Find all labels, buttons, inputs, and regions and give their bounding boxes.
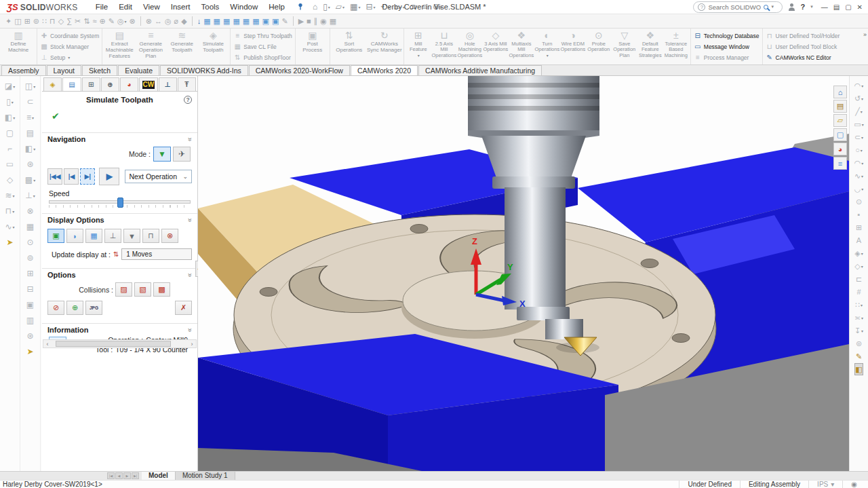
save-icon[interactable]: ▦▾ xyxy=(348,1,362,13)
assembly-features-icon[interactable]: ≈ xyxy=(91,15,98,27)
simulate-toolpath-button[interactable]: ◈Simulate Toolpath xyxy=(197,29,229,64)
pattern-node-icon[interactable]: ▦ xyxy=(26,221,34,233)
insert-components-icon[interactable]: ⊞ xyxy=(23,15,32,27)
model-tab[interactable]: Motion Study 1 xyxy=(176,472,235,480)
block2-icon[interactable]: ⊟ xyxy=(26,283,33,295)
hole-machining-operations-button[interactable]: ◎Hole Machining Operations xyxy=(457,29,483,64)
stop-at-collision-button[interactable]: ▨ xyxy=(115,282,132,297)
sketch-pencil-icon[interactable]: ✎ xyxy=(280,15,289,27)
edit-component-icon[interactable]: ◫ xyxy=(13,15,22,27)
assembly-node-icon[interactable]: ◧▾ xyxy=(5,111,15,124)
history-icon[interactable]: ∿▾ xyxy=(5,221,14,233)
interference-detection-icon[interactable]: ⊗ xyxy=(144,15,153,27)
menu-item[interactable]: Tools xyxy=(195,1,224,12)
command-tab[interactable]: CAMWorks Additive Manufacturing xyxy=(418,65,542,75)
step-thru-toolpath-button[interactable]: ≡Step Thru Toolpath xyxy=(233,31,292,41)
setup-button[interactable]: ⊥Setup▾ xyxy=(40,52,99,62)
circle-icon[interactable]: ○▾ xyxy=(855,145,863,155)
panel-horizontal-scrollbar[interactable]: ‹ › xyxy=(43,339,197,348)
measure-icon[interactable]: ⌀ xyxy=(173,15,180,27)
stop-icon[interactable]: ■ xyxy=(305,15,313,27)
scroll-right-icon[interactable]: › xyxy=(188,341,196,348)
step-mode-dropdown[interactable]: Next Operation ⌄ xyxy=(125,170,192,183)
scrollbar-thumb[interactable] xyxy=(56,341,171,347)
select-icon[interactable]: ▻▾ xyxy=(394,1,407,13)
show-tool-holder-button[interactable]: ⊥ xyxy=(104,229,121,243)
command-tab[interactable]: Sketch xyxy=(82,65,117,75)
tool-mode-button[interactable]: ▼ xyxy=(153,147,171,162)
custom-properties-tab[interactable]: ≡ xyxy=(833,157,847,170)
file-explorer-tab[interactable]: ▱ xyxy=(833,114,847,127)
plane-icon[interactable]: ▢ xyxy=(6,127,14,139)
help-menu[interactable]: ? xyxy=(800,3,805,11)
plane-tool-icon[interactable]: ⊞ xyxy=(856,222,862,233)
probe-node-icon[interactable]: ⊙ xyxy=(26,236,33,248)
equations-icon[interactable]: ∑ xyxy=(65,15,73,27)
command-tab[interactable]: CAMWorks 2020-WorkFlow xyxy=(249,65,350,75)
attach-icon[interactable]: ⊃ xyxy=(408,1,419,13)
process-manager-button[interactable]: ≡Process Manager xyxy=(694,52,760,62)
window-split-button[interactable]: ▤ xyxy=(831,3,842,11)
wire-edm-operations-button[interactable]: ◑Wire EDM Operations xyxy=(560,29,586,64)
open-icon[interactable]: ▱▾ xyxy=(334,1,347,13)
tolerance-based-machining-button[interactable]: ±Tolerance Based Machining xyxy=(663,29,689,64)
mill-feature-button[interactable]: ⊞Mill Feature▾ xyxy=(406,29,431,64)
spline-icon[interactable]: ∿▾ xyxy=(854,170,863,181)
collapse-chevron-icon[interactable]: « xyxy=(186,137,194,141)
options-header[interactable]: Options « xyxy=(42,268,197,280)
view-cube-5-icon[interactable]: ▦ xyxy=(241,15,251,27)
arc-icon[interactable]: ◠▾ xyxy=(854,157,864,168)
view-cube-1-icon[interactable]: ▦ xyxy=(202,15,212,27)
view-cube-7-icon[interactable]: ▣ xyxy=(261,15,271,27)
sketch-edit-icon[interactable]: ✎ xyxy=(856,351,862,362)
component-pattern-icon[interactable]: ∷ xyxy=(41,15,48,27)
probe-operation-button[interactable]: ⊙Probe Operation xyxy=(586,29,612,64)
feature-tree-icon[interactable]: ≡▾ xyxy=(26,111,34,124)
ok-button[interactable]: ✔ xyxy=(52,111,60,121)
mate-icon[interactable]: ⊚ xyxy=(32,15,41,27)
machine-node-icon[interactable]: ◧▾ xyxy=(25,143,35,155)
post-process-button[interactable]: ▣Post Process xyxy=(297,29,328,64)
solidworks-resources-tab[interactable]: ⌂ xyxy=(833,86,847,98)
pause-at-collision-button[interactable]: ▧ xyxy=(134,282,151,297)
save-operation-plan-button[interactable]: ▽Save Operation Plan xyxy=(612,29,637,64)
mill-setup-icon[interactable]: ▩▾ xyxy=(25,174,35,186)
user-defined-tool-holder-button[interactable]: ⊓User Defined Tool/Holder xyxy=(766,31,840,41)
sensors-icon[interactable]: ⊓▾ xyxy=(5,205,14,217)
configurationmanager-tab[interactable]: ⊞ xyxy=(82,77,100,91)
show-target-part-button[interactable]: ◗ xyxy=(66,229,83,243)
menu-item[interactable]: Help xyxy=(263,1,290,12)
collapse-chevron-icon[interactable]: « xyxy=(186,328,194,332)
home-icon[interactable]: ⌂ xyxy=(311,1,319,13)
show-stock-button[interactable]: ▣ xyxy=(47,229,64,243)
tool-crib-icon[interactable]: ⊗ xyxy=(26,205,33,217)
search-dropdown-icon[interactable]: ▾ xyxy=(771,4,774,10)
publish-shopfloor-button[interactable]: ⇅Publish ShopFloor xyxy=(233,52,292,62)
tab-scroll-last[interactable]: ▶| xyxy=(132,472,139,479)
command-tab[interactable]: SOLIDWORKS Add-Ins xyxy=(160,65,248,75)
message-window-button[interactable]: ▭Message Window xyxy=(694,41,760,52)
view-cube-4-icon[interactable]: ▦ xyxy=(231,15,241,27)
status-icon[interactable]: ◉ xyxy=(842,481,865,488)
restore-button[interactable]: ▢ xyxy=(842,3,854,11)
graphics-viewport[interactable]: Z Y X xyxy=(198,76,849,471)
clearance-verify-icon[interactable]: ↔ xyxy=(153,15,163,27)
sketch-undo-icon[interactable]: ↺▾ xyxy=(854,93,863,104)
convert-entities-icon[interactable]: ◇▾ xyxy=(854,261,863,271)
panel-help-icon[interactable]: ? xyxy=(184,96,192,104)
view-cube-6-icon[interactable]: ▦ xyxy=(251,15,260,27)
menu-item[interactable]: Edit xyxy=(113,1,138,12)
view-cube-3-icon[interactable]: ▦ xyxy=(222,15,231,27)
collapse-chevron-icon[interactable]: « xyxy=(186,273,194,277)
setup-node-icon[interactable]: ◫▾ xyxy=(25,80,35,92)
stock-manager-button[interactable]: ▩Stock Manager xyxy=(40,41,99,52)
speed-slider[interactable] xyxy=(49,200,191,204)
gears-icon[interactable]: ⊛ xyxy=(26,158,33,170)
save-image-button[interactable]: JPG xyxy=(85,301,102,315)
menu-item[interactable]: Window xyxy=(224,1,263,12)
search-input[interactable] xyxy=(708,3,761,11)
show-chuck-button[interactable]: ⊓ xyxy=(142,229,159,243)
options-gear-icon[interactable]: ⊛▾ xyxy=(431,1,444,13)
collapse-chevron-icon[interactable]: « xyxy=(186,218,194,222)
snapshot-icon[interactable]: ▦ xyxy=(328,15,338,27)
